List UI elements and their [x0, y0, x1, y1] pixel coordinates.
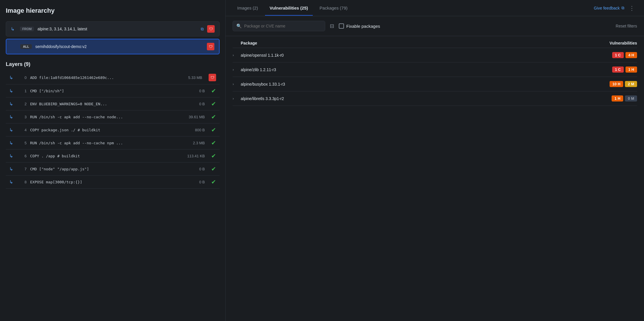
- tabs-bar: Images (2) Vulnerabilities (25) Packages…: [226, 0, 644, 16]
- layer-num-8: 8: [19, 180, 27, 184]
- packages-header: Package Vulnerabilities: [233, 36, 637, 48]
- package-row-2[interactable]: › alpine/busybox 1.33.1-r3 10 H2 M: [233, 77, 637, 91]
- layer-safe-6: ✔: [211, 152, 216, 159]
- layer-row-0[interactable]: ↳ 0 ADD file:1a8fd1066485e1261462e689c..…: [6, 71, 220, 84]
- left-panel: Image hierarchy ↳ FROM alpine:3, 3.14, 3…: [0, 0, 226, 321]
- layer-num-7: 7: [19, 167, 27, 171]
- vuln-badges-2: 10 H2 M: [579, 81, 637, 87]
- search-box[interactable]: 🔍: [233, 21, 325, 31]
- layer-safe-8: ✔: [211, 178, 216, 185]
- layer-num-6: 6: [19, 154, 27, 158]
- layer-safe-3: ✔: [211, 113, 216, 120]
- image-name-from: alpine:3, 3.14, 3.14.1, latest: [37, 27, 197, 31]
- layer-size-0: 5.33 MB: [176, 75, 202, 80]
- layer-arrow-6: ↳: [9, 153, 15, 159]
- tab-packages[interactable]: Packages (79): [315, 1, 352, 16]
- badge-c: 1 C: [612, 67, 624, 73]
- expand-arrow-1[interactable]: ›: [233, 67, 238, 72]
- all-label: ALL: [20, 44, 32, 49]
- layer-cmd-3: RUN /bin/sh -c apk add --no-cache node..…: [30, 115, 175, 119]
- layer-row-8[interactable]: ↳ 8 EXPOSE map[3000/tcp:{}] 0 B ✔: [6, 176, 220, 189]
- arrow-icon-from: ↳: [11, 26, 16, 32]
- layer-arrow-2: ↳: [9, 101, 15, 107]
- layer-danger-0: 🛡: [209, 74, 216, 81]
- layer-safe-5: ✔: [211, 139, 216, 146]
- layer-cmd-0: ADD file:1a8fd1066485e1261462e689c...: [30, 75, 173, 80]
- layer-row-3[interactable]: ↳ 3 RUN /bin/sh -c apk add --no-cache no…: [6, 110, 220, 123]
- layer-row-5[interactable]: ↳ 5 RUN /bin/sh -c apk add --no-cache np…: [6, 136, 220, 150]
- package-name-0: alpine/openssl 1.1.1k-r0: [238, 53, 579, 58]
- danger-badge-all: 🛡: [207, 43, 214, 50]
- search-icon: 🔍: [236, 23, 242, 29]
- layer-safe-7: ✔: [211, 165, 216, 172]
- expand-arrow-2[interactable]: ›: [233, 82, 238, 86]
- layer-row-7[interactable]: ↳ 7 CMD ["node" "/app/app.js"] 0 B ✔: [6, 163, 220, 176]
- image-hierarchy: ↳ FROM alpine:3, 3.14, 3.14.1, latest ⧉ …: [6, 21, 220, 54]
- layer-cmd-7: CMD ["node" "/app/app.js"]: [30, 167, 175, 171]
- layer-size-2: 0 B: [179, 102, 205, 106]
- give-feedback-button[interactable]: Give feedback ⧉: [594, 5, 625, 10]
- danger-badge-from: 🛡: [207, 25, 215, 33]
- tab-images[interactable]: Images (2): [233, 1, 263, 16]
- reset-filters-button[interactable]: Reset filters: [616, 24, 637, 28]
- packages-list: › alpine/openssl 1.1.1k-r0 1 C4 H › alpi…: [233, 48, 637, 106]
- panel-title: Image hierarchy: [6, 7, 220, 14]
- badge-c: 1 C: [612, 52, 624, 58]
- layer-size-6: 113.41 KB: [179, 154, 205, 158]
- image-row-from[interactable]: ↳ FROM alpine:3, 3.14, 3.14.1, latest ⧉ …: [6, 21, 220, 36]
- layer-safe-2: ✔: [211, 100, 216, 107]
- layers-section: Layers (9) ↳ 0 ADD file:1a8fd1066485e126…: [6, 59, 220, 189]
- image-name-all: semihddosify/scout-demo:v2: [35, 44, 203, 49]
- layer-num-3: 3: [19, 115, 27, 119]
- badge-h: 10 H: [610, 81, 623, 87]
- layer-row-1[interactable]: ↳ 1 CMD ["/bin/sh"] 0 B ✔: [6, 84, 220, 97]
- layer-arrow-7: ↳: [9, 166, 15, 172]
- layer-row-4[interactable]: ↳ 4 COPY package.json ./ # buildkit 800 …: [6, 123, 220, 136]
- package-row-0[interactable]: › alpine/openssl 1.1.1k-r0 1 C4 H: [233, 48, 637, 62]
- feedback-icon: ⧉: [621, 5, 624, 10]
- fixable-packages-checkbox[interactable]: Fixable packages: [339, 23, 380, 29]
- fixable-label: Fixable packages: [346, 24, 380, 29]
- layer-size-1: 0 B: [179, 89, 205, 93]
- filter-icon[interactable]: ⊟: [330, 23, 334, 29]
- filters-bar: 🔍 ⊟ Fixable packages Reset filters: [226, 16, 644, 36]
- layer-size-3: 39.61 MB: [179, 115, 205, 119]
- layer-num-2: 2: [19, 102, 27, 106]
- layer-row-2[interactable]: ↳ 2 ENV BLUEBIRD_WARNINGS=0 NODE_EN... 0…: [6, 97, 220, 110]
- image-row-all[interactable]: ALL semihddosify/scout-demo:v2 🛡: [6, 39, 220, 54]
- tab-vulnerabilities[interactable]: Vulnerabilities (25): [265, 1, 313, 16]
- layer-size-5: 2.3 MB: [179, 141, 205, 145]
- external-link-icon[interactable]: ⧉: [201, 27, 204, 32]
- layer-num-5: 5: [19, 141, 27, 145]
- layer-cmd-2: ENV BLUEBIRD_WARNINGS=0 NODE_EN...: [30, 102, 175, 106]
- layer-num-1: 1: [19, 89, 27, 93]
- layer-arrow-1: ↳: [9, 88, 15, 94]
- layer-row-6[interactable]: ↳ 6 COPY . /app # buildkit 113.41 KB ✔: [6, 150, 220, 163]
- package-name-1: alpine/zlib 1.2.11-r3: [238, 67, 579, 72]
- checkbox-box[interactable]: [339, 23, 344, 29]
- expand-arrow-0[interactable]: ›: [233, 53, 238, 57]
- layer-cmd-1: CMD ["/bin/sh"]: [30, 89, 175, 93]
- layer-safe-1: ✔: [211, 87, 216, 94]
- layer-cmd-8: EXPOSE map[3000/tcp:{}]: [30, 180, 175, 184]
- expand-arrow-3[interactable]: ›: [233, 96, 238, 101]
- package-name-2: alpine/busybox 1.33.1-r3: [238, 82, 579, 86]
- col-package-header: Package: [233, 41, 579, 45]
- badge-m: 2 M: [625, 81, 637, 87]
- layers-table: ↳ 0 ADD file:1a8fd1066485e1261462e689c..…: [6, 71, 220, 189]
- search-input[interactable]: [244, 24, 314, 28]
- package-row-1[interactable]: › alpine/zlib 1.2.11-r3 1 C1 H: [233, 62, 637, 77]
- layer-arrow-3: ↳: [9, 114, 15, 120]
- give-feedback-label: Give feedback: [594, 6, 620, 10]
- badge-h: 4 H: [625, 52, 637, 58]
- layer-cmd-6: COPY . /app # buildkit: [30, 154, 175, 158]
- layer-size-7: 0 B: [179, 167, 205, 171]
- layer-arrow-4: ↳: [9, 127, 15, 133]
- vuln-badges-3: 1 H0 M: [579, 95, 637, 102]
- package-row-3[interactable]: › alpine/libretls 3.3.3p1-r2 1 H0 M: [233, 91, 637, 106]
- badge-h: 1 H: [625, 67, 637, 73]
- more-options-icon[interactable]: ⋮: [627, 3, 637, 13]
- layer-cmd-5: RUN /bin/sh -c apk add --no-cache npm ..…: [30, 141, 175, 145]
- badge-h: 1 H: [612, 95, 623, 102]
- layer-size-4: 800 B: [179, 128, 205, 132]
